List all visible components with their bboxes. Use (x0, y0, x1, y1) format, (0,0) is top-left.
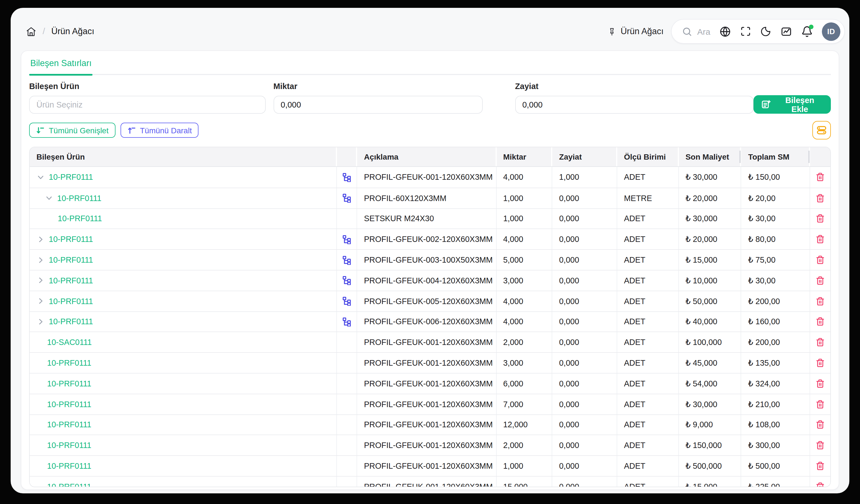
product-code-link[interactable]: 10-PRF0111 (49, 255, 93, 264)
collapse-all-button[interactable]: Tümünü Daralt (120, 123, 199, 138)
breadcrumb-separator: / (43, 26, 45, 36)
quantity-input[interactable] (273, 96, 483, 114)
trash-icon[interactable] (816, 338, 825, 347)
product-code-link[interactable]: 10-PRF0111 (47, 400, 91, 409)
hierarchy-icon[interactable] (342, 235, 352, 244)
hierarchy-icon[interactable] (342, 255, 352, 265)
col-header-actions (810, 147, 830, 166)
waste-cell: 0,000 (553, 415, 617, 435)
waste-input[interactable] (515, 96, 754, 114)
avatar[interactable]: ID (822, 22, 841, 41)
components-table: Bileşen Ürün Açıklama Miktar Zayiat Ölçü… (29, 147, 831, 487)
fullscreen-icon[interactable] (740, 26, 751, 37)
cost-cell: ₺ 30,000 (679, 167, 741, 188)
pinned-page[interactable]: Ürün Ağacı (608, 26, 663, 36)
hierarchy-icon[interactable] (342, 173, 352, 182)
trash-icon[interactable] (816, 297, 825, 306)
page-title: Ürün Ağacı (51, 26, 94, 36)
trash-icon[interactable] (816, 276, 825, 285)
expand-all-label: Tümünü Genişlet (49, 126, 109, 135)
toggles-icon (816, 124, 828, 136)
product-code-link[interactable]: 10-PRF0111 (47, 461, 91, 470)
product-code-link[interactable]: 10-PRF0111 (47, 358, 91, 367)
home-icon[interactable] (26, 26, 37, 37)
col-header-son-maliyet[interactable]: Son Maliyet (679, 147, 741, 166)
notifications-button[interactable] (801, 26, 813, 37)
hierarchy-icon[interactable] (342, 317, 352, 326)
col-header-bilesen-urun[interactable]: Bileşen Ürün (30, 147, 337, 166)
description-cell: PROFIL-GFEUK-001-120X60X3MM (357, 373, 497, 394)
cost-cell: ₺ 30,000 (679, 394, 741, 414)
chevron-icon[interactable] (45, 194, 57, 202)
delete-cell (810, 229, 830, 250)
product-code-link[interactable]: 10-PRF0111 (47, 420, 91, 429)
tree-cell (337, 250, 357, 270)
product-code-link[interactable]: 10-PRF0111 (49, 235, 93, 244)
trash-icon[interactable] (816, 317, 825, 326)
quantity-cell: 4,000 (497, 291, 553, 311)
cost-cell: ₺ 40,000 (679, 312, 741, 332)
col-header-aciklama[interactable]: Açıklama (357, 147, 497, 166)
chevron-icon[interactable] (37, 276, 49, 285)
trash-icon[interactable] (816, 461, 825, 470)
cost-cell: ₺ 15,000 (679, 477, 741, 487)
product-code-link[interactable]: 10-PRF0111 (57, 193, 101, 203)
table-row: 10-PRF0111 PROFIL-GFEUK-003-100X50X3MM 5… (30, 249, 830, 270)
tree-cell (337, 332, 357, 353)
product-code-link[interactable]: 10-PRF0111 (49, 173, 93, 182)
table-row: 10-PRF0111 PROFIL-GFEUK-002-120X60X3MM 4… (30, 229, 830, 250)
trash-icon[interactable] (816, 235, 825, 244)
chevron-icon[interactable] (37, 235, 49, 243)
product-code-link[interactable]: 10-PRF0111 (49, 317, 93, 326)
trash-icon[interactable] (816, 400, 825, 409)
product-code-link[interactable]: 10-PRF0111 (47, 441, 91, 450)
tab-bilesen-satirlari[interactable]: Bileşen Satırları (29, 58, 93, 74)
product-code-link[interactable]: 10-PRF0111 (47, 379, 91, 388)
waste-cell: 0,000 (553, 270, 617, 291)
col-header-zayiat[interactable]: Zayiat (553, 147, 617, 166)
trash-icon[interactable] (816, 358, 825, 367)
unit-cell: ADET (617, 167, 679, 188)
expand-all-button[interactable]: Tümünü Genişlet (29, 123, 115, 138)
trash-icon[interactable] (816, 255, 825, 264)
chevron-icon[interactable] (37, 256, 49, 264)
product-cell: 10-PRF0111 (30, 188, 337, 208)
trash-icon[interactable] (816, 193, 825, 203)
breadcrumb: / Ürün Ağacı (26, 26, 94, 37)
quantity-cell: 1,000 (497, 456, 553, 476)
hierarchy-icon[interactable] (342, 296, 352, 306)
quantity-cell: 15,000 (497, 477, 553, 487)
search-input[interactable]: Ara (682, 26, 710, 37)
cost-cell: ₺ 10,000 (679, 270, 741, 291)
col-header-toplam-sm[interactable]: Toplam SM (742, 147, 810, 166)
column-settings-button[interactable] (812, 121, 831, 139)
trash-icon[interactable] (816, 420, 825, 429)
moon-icon[interactable] (760, 26, 771, 37)
product-select-input[interactable] (29, 96, 266, 114)
chevron-icon[interactable] (37, 173, 49, 181)
product-code-link[interactable]: 10-PRF0111 (49, 297, 93, 306)
col-header-miktar[interactable]: Miktar (497, 147, 553, 166)
table-row: 10-PRF0111 PROFIL-GFEUK-001-120X60X3MM 7… (30, 394, 830, 414)
trash-icon[interactable] (816, 379, 825, 388)
chevron-icon[interactable] (37, 297, 49, 305)
activity-chart-icon[interactable] (780, 26, 792, 37)
trash-icon[interactable] (816, 173, 825, 182)
add-component-button[interactable]: Bileşen Ekle (754, 95, 831, 114)
trash-icon[interactable] (816, 214, 825, 223)
hierarchy-icon[interactable] (342, 276, 352, 285)
product-code-link[interactable]: 10-PRF0111 (58, 214, 102, 223)
hierarchy-icon[interactable] (342, 193, 352, 203)
product-code-link[interactable]: 10-PRF0111 (49, 276, 93, 285)
chevron-icon[interactable] (37, 317, 49, 326)
trash-icon[interactable] (816, 441, 825, 450)
product-code-link[interactable]: 10-SAC0111 (47, 338, 92, 347)
delete-cell (810, 291, 830, 311)
trash-icon[interactable] (816, 482, 825, 487)
collapse-all-label: Tümünü Daralt (140, 126, 192, 135)
total-cell: ₺ 80,00 (742, 229, 810, 250)
globe-icon[interactable] (719, 26, 731, 37)
col-header-olcu-birimi[interactable]: Ölçü Birimi (617, 147, 679, 166)
product-code-link[interactable]: 10-PRF0111 (47, 482, 91, 487)
cost-cell: ₺ 20,000 (679, 229, 741, 250)
